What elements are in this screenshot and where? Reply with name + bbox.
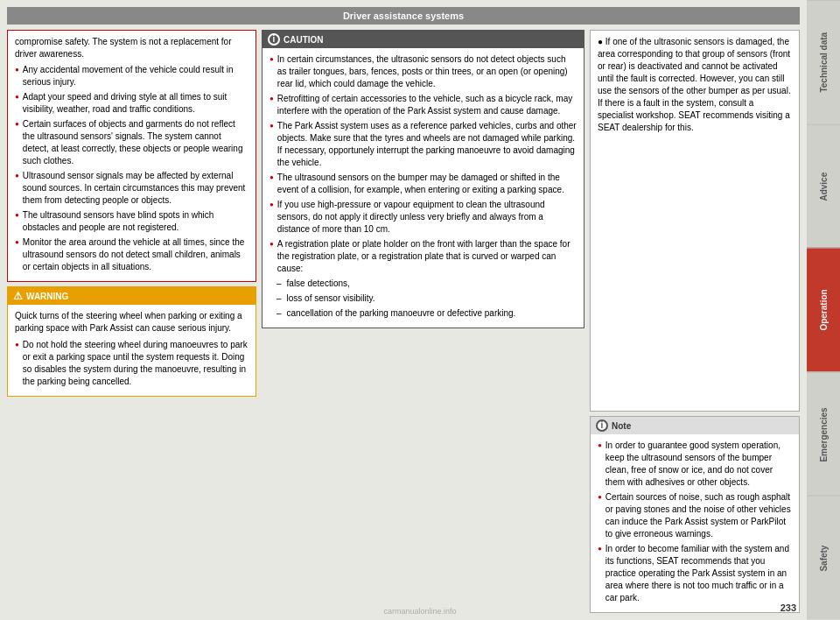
- dash-item: loss of sensor visibility.: [276, 292, 577, 305]
- sidebar-tab-safety[interactable]: Safety: [807, 496, 840, 620]
- red-warning-box: compromise safety. The system is not a r…: [7, 30, 256, 282]
- bullet-text: The ultrasound sensors on the bumper may…: [277, 172, 577, 196]
- dash-text: cancellation of the parking manoeuvre or…: [287, 307, 516, 320]
- bullet-text: Certain surfaces of objects and garments…: [23, 118, 248, 167]
- caution-header: i CAUTION: [262, 31, 584, 48]
- bullet-item: Retrofitting of certain accessories to t…: [270, 93, 577, 117]
- tab-label: Operation: [819, 290, 829, 331]
- caution-label: CAUTION: [284, 35, 324, 45]
- bullet-text: Any accidental movement of the vehicle c…: [23, 64, 248, 88]
- bullet-item: Ultrasound sensor signals may be affecte…: [15, 170, 248, 207]
- bullet-text: A registration plate or plate holder on …: [277, 238, 577, 275]
- right-column: ● If one of the ultrasonic sensors is da…: [590, 30, 800, 613]
- dash-text: loss of sensor visibility.: [287, 292, 375, 305]
- sidebar-tab-technical[interactable]: Technical data: [807, 0, 840, 124]
- info-text: ● If one of the ultrasonic sensors is da…: [598, 37, 791, 132]
- bullet-item: The ultrasound sensors have blind spots …: [15, 209, 248, 234]
- warning-box-orange: ⚠ WARNING Quick turns of the steering wh…: [7, 286, 256, 397]
- bullet-text: Certain sources of noise, such as rough …: [606, 491, 792, 540]
- bullet-item: Certain sources of noise, such as rough …: [598, 491, 792, 540]
- bullet-text: Ultrasound sensor signals may be affecte…: [23, 170, 248, 207]
- bullet-item: Adapt your speed and driving style at al…: [15, 91, 248, 116]
- warning-content: Quick turns of the steering wheel when p…: [8, 305, 256, 396]
- tab-label: Emergencies: [819, 407, 829, 461]
- note-icon: i: [596, 419, 608, 432]
- caution-box: i CAUTION In certain circumstances, the …: [262, 30, 584, 328]
- bullet-item: In certain circumstances, the ultrasonic…: [270, 53, 577, 90]
- warning-label: WARNING: [26, 292, 68, 301]
- bullet-item: Certain surfaces of objects and garments…: [15, 118, 248, 167]
- sidebar-tab-operation[interactable]: Operation: [807, 248, 840, 372]
- warning-header: ⚠ WARNING: [8, 287, 256, 305]
- bullet-text: In certain circumstances, the ultrasonic…: [277, 53, 577, 90]
- dash-text: false detections,: [287, 278, 350, 290]
- info-box: ● If one of the ultrasonic sensors is da…: [590, 30, 800, 412]
- red-box-intro: compromise safety. The system is not a r…: [15, 36, 248, 60]
- bullet-text: Do not hold the steering wheel during ma…: [23, 339, 248, 388]
- sidebar-tab-emergencies[interactable]: Emergencies: [807, 372, 840, 497]
- page-container: Driver assistance systems compromise saf…: [0, 0, 840, 620]
- dash-item: false detections,: [276, 278, 577, 290]
- bullet-item: In order to guarantee good system operat…: [598, 440, 792, 489]
- caution-content: In certain circumstances, the ultrasonic…: [262, 48, 584, 328]
- sidebar: Technical data Advice Operation Emergenc…: [807, 0, 840, 620]
- bullet-item: Monitor the area around the vehicle at a…: [15, 236, 248, 273]
- tab-label: Technical data: [819, 32, 829, 93]
- page-number: 233: [780, 602, 796, 613]
- bullet-text: The ultrasound sensors have blind spots …: [23, 209, 248, 234]
- bullet-item: Any accidental movement of the vehicle c…: [15, 64, 248, 88]
- tab-label: Safety: [819, 546, 829, 572]
- caution-icon: i: [268, 33, 280, 46]
- bullet-item: If you use high-pressure or vapour equip…: [270, 199, 577, 236]
- content-row: compromise safety. The system is not a r…: [7, 30, 800, 613]
- bullet-text: In order to guarantee good system operat…: [606, 440, 792, 489]
- page-header: Driver assistance systems: [7, 7, 800, 25]
- note-header: i Note: [591, 417, 799, 434]
- middle-column: i CAUTION In certain circumstances, the …: [262, 30, 584, 613]
- bullet-item: In order to become familiar with the sys…: [598, 543, 792, 604]
- note-content: In order to guarantee good system operat…: [591, 434, 799, 612]
- bullet-item: The Park Assist system uses as a referen…: [270, 120, 577, 169]
- bullet-text: Retrofitting of certain accessories to t…: [277, 93, 577, 117]
- bullet-text: If you use high-pressure or vapour equip…: [277, 199, 577, 236]
- note-box: i Note In order to guarantee good system…: [590, 416, 800, 613]
- bullet-text: Monitor the area around the vehicle at a…: [23, 236, 248, 273]
- tab-label: Advice: [819, 173, 829, 201]
- left-column: compromise safety. The system is not a r…: [7, 30, 256, 613]
- note-label: Note: [612, 421, 631, 431]
- bullet-text: The Park Assist system uses as a referen…: [277, 120, 577, 169]
- bullet-item: A registration plate or plate holder on …: [270, 238, 577, 275]
- bullet-text: Adapt your speed and driving style at al…: [23, 91, 248, 116]
- main-content: Driver assistance systems compromise saf…: [0, 0, 807, 620]
- bullet-text: In order to become familiar with the sys…: [606, 543, 792, 604]
- warning-icon: ⚠: [13, 290, 23, 302]
- bullet-item: Do not hold the steering wheel during ma…: [15, 339, 248, 388]
- bullet-item: The ultrasound sensors on the bumper may…: [270, 172, 577, 196]
- header-title: Driver assistance systems: [343, 11, 464, 21]
- warning-main-text: Quick turns of the steering wheel when p…: [15, 310, 248, 335]
- watermark: carmanualonline.info: [383, 607, 456, 616]
- sidebar-tab-advice[interactable]: Advice: [807, 124, 840, 249]
- dash-item: cancellation of the parking manoeuvre or…: [276, 307, 577, 320]
